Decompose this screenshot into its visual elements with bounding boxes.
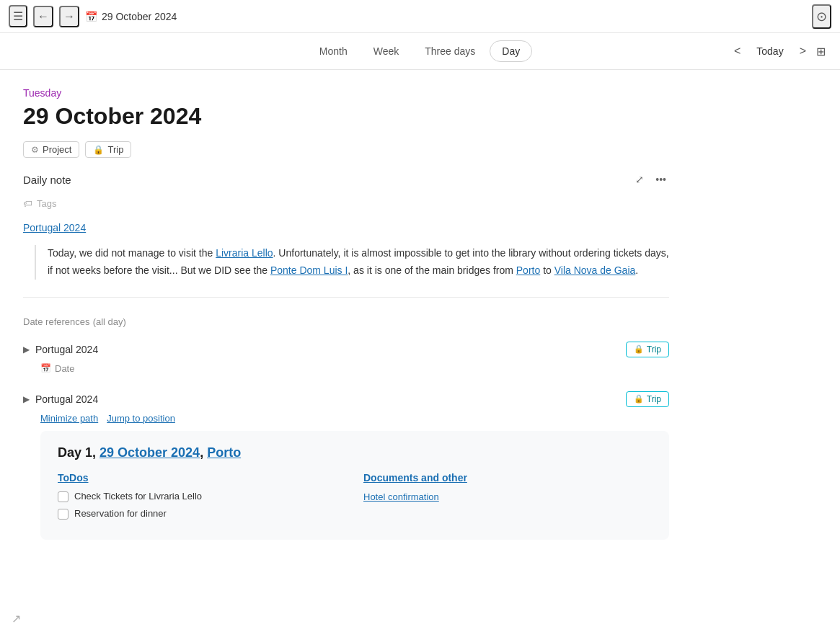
todo-item-1: Check Tickets for Livraria Lello [58, 491, 346, 502]
ref-item-1: ▶ Portugal 2024 🔒 Trip 📅 Date [23, 339, 669, 374]
note-body: Today, we did not manage to visit the Li… [35, 245, 669, 280]
ref-meta-1: 📅 Date [23, 363, 669, 374]
date-refs-title: Date references [23, 316, 90, 327]
docs-column: Documents and other Hotel confirmation [363, 472, 652, 525]
tags-field[interactable]: 🏷 Tags [23, 195, 669, 212]
date-refs-header: Date references (all day) [23, 315, 669, 327]
split-view-icon[interactable]: ⊞ [813, 42, 828, 61]
trip-badge-label-2: Trip [647, 394, 661, 404]
todo-label-2: Reservation for dinner [74, 508, 167, 519]
back-button[interactable]: ← [33, 6, 53, 27]
tab-month[interactable]: Month [308, 41, 359, 61]
tab-three-days[interactable]: Three days [413, 41, 487, 61]
ref-item-1-left[interactable]: ▶ Portugal 2024 [23, 344, 98, 355]
trip-badge-label-1: Trip [647, 344, 661, 355]
livraria-lello-link[interactable]: Livraria Lello [216, 247, 273, 259]
day-card: Day 1, 29 October 2024, Porto ToDos Chec… [40, 431, 669, 540]
ref-item-2: ▶ Portugal 2024 🔒 Trip Minimize path Jum… [23, 388, 669, 540]
nav-date-chip: 📅 29 October 2024 [85, 11, 177, 22]
todo-label-1: Check Tickets for Livraria Lello [74, 491, 202, 502]
tag-trip[interactable]: 🔒 Trip [85, 141, 131, 158]
date-refs-subtitle: (all day) [93, 316, 126, 327]
tags-field-placeholder: Tags [37, 198, 56, 209]
daily-note-actions: ⤢ ••• [632, 172, 669, 187]
next-period-button[interactable]: > [795, 42, 810, 61]
date-references-section: Date references (all day) ▶ Portugal 202… [23, 315, 669, 540]
ref-chevron-2: ▶ [23, 394, 30, 404]
view-tabs-bar: Month Week Three days Day < Today > ⊞ [0, 33, 840, 70]
ref-item-2-left[interactable]: ▶ Portugal 2024 [23, 393, 98, 405]
today-button[interactable]: Today [748, 42, 792, 61]
ref-meta-icon-1: 📅 [40, 363, 51, 373]
ponte-dom-luis-link[interactable]: Ponte Dom Luis I [270, 264, 348, 276]
tag-project-label: Project [43, 144, 71, 155]
ref-title-2: Portugal 2024 [35, 393, 98, 405]
daily-note-title: Daily note [23, 174, 71, 186]
tags-field-icon: 🏷 [23, 198, 32, 209]
day-card-date-link[interactable]: 29 October 2024 [100, 445, 200, 460]
ref-title-1: Portugal 2024 [35, 344, 98, 355]
todos-column: ToDos Check Tickets for Livraria Lello R… [58, 472, 346, 525]
day-label: Tuesday [23, 87, 669, 99]
day-card-title: Day 1, 29 October 2024, Porto [58, 445, 652, 460]
todo-item-2: Reservation for dinner [58, 508, 346, 520]
ref-meta-text-1: Date [55, 363, 74, 374]
trip-badge-2[interactable]: 🔒 Trip [626, 391, 669, 407]
daily-note-section: Daily note ⤢ ••• 🏷 Tags Portugal 2024 To… [23, 172, 669, 280]
trip-badge-1[interactable]: 🔒 Trip [626, 342, 669, 357]
main-content: Tuesday 29 October 2024 ⚙ Project 🔒 Trip… [0, 70, 692, 571]
ref-sub-actions-2: Minimize path Jump to position [23, 413, 669, 424]
day-title: 29 October 2024 [23, 103, 669, 130]
docs-heading[interactable]: Documents and other [363, 472, 652, 484]
nav-current-date: 29 October 2024 [102, 11, 177, 22]
tag-project[interactable]: ⚙ Project [23, 141, 79, 158]
tags-row: ⚙ Project 🔒 Trip [23, 141, 669, 158]
top-nav: ☰ ← → 📅 29 October 2024 ⊙ [0, 0, 840, 33]
expand-button[interactable]: ⊙ [812, 4, 831, 29]
ref-item-1-header: ▶ Portugal 2024 🔒 Trip [23, 339, 669, 360]
vila-nova-link[interactable]: Vila Nova de Gaia [554, 264, 636, 276]
tab-week[interactable]: Week [362, 41, 411, 61]
daily-note-header: Daily note ⤢ ••• [23, 172, 669, 187]
trip-lock-icon: 🔒 [93, 145, 104, 155]
ref-item-2-header: ▶ Portugal 2024 🔒 Trip [23, 388, 669, 410]
view-tabs-right: < Today > ⊞ [730, 42, 828, 61]
ref-chevron-1: ▶ [23, 344, 30, 355]
more-note-button[interactable]: ••• [653, 172, 669, 187]
expand-note-button[interactable]: ⤢ [632, 172, 647, 187]
tag-trip-label: Trip [107, 144, 123, 155]
day-card-grid: ToDos Check Tickets for Livraria Lello R… [58, 472, 652, 525]
menu-button[interactable]: ☰ [9, 5, 27, 27]
prev-period-button[interactable]: < [730, 42, 745, 61]
hotel-confirmation-link[interactable]: Hotel confirmation [363, 491, 439, 502]
tab-day[interactable]: Day [490, 40, 532, 62]
todo-checkbox-2[interactable] [58, 509, 68, 520]
jump-to-position-link[interactable]: Jump to position [107, 413, 175, 424]
note-content-link[interactable]: Portugal 2024 [23, 222, 669, 233]
calendar-icon: 📅 [85, 11, 97, 22]
trip-badge-icon-2: 🔒 [634, 394, 644, 404]
top-right-actions: ⊙ [812, 4, 831, 29]
project-icon: ⚙ [31, 145, 39, 155]
todos-heading[interactable]: ToDos [58, 472, 346, 484]
porto-link[interactable]: Porto [516, 264, 540, 276]
todo-checkbox-1[interactable] [58, 491, 68, 502]
forward-button[interactable]: → [59, 6, 79, 27]
minimize-path-link[interactable]: Minimize path [40, 413, 98, 424]
section-divider [23, 297, 669, 298]
trip-badge-icon-1: 🔒 [634, 344, 644, 354]
day-card-city-link[interactable]: Porto [207, 445, 241, 460]
